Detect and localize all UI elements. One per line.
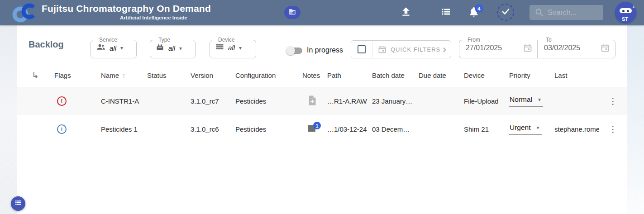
notifications-badge: 4	[475, 4, 483, 13]
upload-icon	[400, 6, 412, 19]
date-to-field[interactable]: To 03/02/2025	[537, 37, 615, 58]
device-filter-label: Device	[216, 37, 237, 43]
service-filter-dropdown[interactable]: Service all ▾	[91, 37, 137, 58]
avatar-eye-left	[622, 10, 625, 12]
user-avatar[interactable]: + ST	[615, 2, 636, 23]
row-batch-date: 03 Decem…	[372, 125, 419, 133]
row-batch-date: 23 January…	[372, 97, 419, 105]
app-logo-icon	[11, 3, 39, 23]
chevron-down-icon: ▾	[537, 124, 539, 131]
column-header-priority[interactable]: Priority	[509, 71, 554, 79]
divider	[372, 41, 372, 58]
date-from-value[interactable]: 27/01/2025	[466, 44, 502, 52]
column-header-batch-date[interactable]: Batch date	[372, 71, 419, 79]
row-name: C-INSTR1-A	[101, 97, 147, 105]
chevron-down-icon: ▾	[538, 96, 541, 103]
column-header-path[interactable]: Path	[327, 71, 372, 79]
service-filter-label: Service	[97, 37, 119, 43]
type-filter-dropdown[interactable]: Type all ▾	[150, 37, 196, 58]
chevron-down-icon: ▾	[239, 45, 242, 51]
organization-button[interactable]	[284, 6, 301, 19]
row-device: Shim 21	[464, 125, 509, 133]
column-header-status[interactable]: Status	[147, 71, 191, 79]
subdirectory-arrow-icon: ↳	[32, 71, 39, 80]
priority-select[interactable]: Normal ▾	[509, 95, 543, 107]
column-header-flags[interactable]: Flags	[54, 71, 101, 79]
column-header-device[interactable]: Device	[464, 71, 509, 79]
note-add-icon[interactable]	[308, 100, 317, 107]
row-menu-button[interactable]: ⋮	[609, 97, 617, 105]
avatar-eye-right	[627, 10, 629, 12]
quick-filters-button[interactable]: QUICK FILTERS	[391, 46, 440, 53]
page-title: Backlog	[29, 39, 64, 50]
instrument-icon	[156, 43, 164, 53]
row-device: File-Upload	[464, 97, 509, 105]
search-icon	[534, 8, 544, 19]
device-filter-dropdown[interactable]: Device all ▾	[210, 37, 256, 58]
row-configuration: Pesticides	[235, 125, 302, 133]
chevron-down-icon: ▾	[179, 45, 182, 52]
chevron-down-icon: ▾	[120, 45, 123, 51]
row-configuration: Pesticides	[235, 97, 302, 105]
date-to-value[interactable]: 03/02/2025	[544, 44, 580, 52]
row-path: …R1-A.RAW	[327, 97, 372, 105]
avatar-sparkle-icon: +	[632, 5, 635, 10]
column-header-name[interactable]: Name↑	[101, 71, 147, 79]
column-header-configuration[interactable]: Configuration	[235, 71, 302, 79]
date-from-label: From	[465, 37, 482, 43]
table-row[interactable]: i Pesticides 1 3.1.0_rc6 Pesticides 1 …1…	[17, 115, 627, 143]
type-filter-label: Type	[156, 37, 172, 43]
service-filter-value: all	[110, 44, 116, 52]
row-last-modified: stephane.rome	[554, 125, 599, 133]
error-flag-icon[interactable]: !	[57, 96, 67, 106]
task-list-button[interactable]	[437, 4, 455, 22]
table-columns-fab[interactable]	[11, 196, 25, 211]
chevron-right-icon[interactable]: ›	[443, 45, 446, 54]
list-icon	[440, 6, 452, 19]
column-header-version[interactable]: Version	[191, 71, 235, 79]
column-header-last[interactable]: Last	[554, 71, 599, 79]
calendar-icon[interactable]	[601, 43, 610, 52]
column-header-notes[interactable]: Notes	[302, 71, 327, 79]
row-version: 3.1.0_rc6	[191, 125, 235, 133]
in-progress-label: In progress	[307, 46, 343, 54]
date-to-label: To	[544, 37, 554, 43]
row-name: Pesticides 1	[101, 125, 147, 133]
bell-icon: 4	[468, 6, 480, 19]
backlog-table: ↳ Flags Name↑ Status Version Configurati…	[17, 63, 627, 143]
device-filter-value: all	[228, 44, 235, 52]
ninja-face-icon	[620, 8, 632, 13]
type-filter-value: all	[168, 44, 175, 52]
date-from-field[interactable]: From 27/01/2025	[459, 37, 538, 58]
priority-select[interactable]: Urgent ▾	[509, 124, 542, 135]
note-icon[interactable]: 1	[308, 126, 316, 133]
check-icon	[500, 6, 511, 19]
rows-icon	[215, 43, 224, 52]
quick-filters-checkbox[interactable]	[358, 45, 366, 53]
calendar-icon[interactable]	[523, 43, 532, 52]
info-flag-icon[interactable]: i	[57, 124, 67, 134]
app-title: Fujitsu Chromatography On Demand	[42, 3, 187, 14]
in-progress-toggle[interactable]	[286, 46, 303, 56]
toggle-knob	[286, 46, 295, 55]
sort-ascending-icon: ↑	[122, 71, 126, 79]
search-box	[530, 5, 603, 20]
row-path: …1/03-12-24	[327, 125, 372, 133]
row-menu-button[interactable]: ⋮	[609, 125, 617, 133]
validation-button[interactable]	[497, 4, 514, 21]
notes-count-badge: 1	[313, 122, 321, 129]
page-background-left	[0, 25, 17, 214]
app-title-block: Fujitsu Chromatography On Demand Artific…	[42, 3, 187, 20]
table-header-row: ↳ Flags Name↑ Status Version Configurati…	[17, 63, 627, 87]
notifications-button[interactable]: 4	[465, 4, 483, 22]
quick-filters-group: QUICK FILTERS ›	[351, 40, 451, 58]
upload-button[interactable]	[397, 4, 415, 22]
table-row[interactable]: ! C-INSTR1-A 3.1.0_rc7 Pesticides …R1-A.…	[17, 87, 627, 115]
people-icon	[96, 43, 105, 52]
column-header-due-date[interactable]: Due date	[419, 71, 464, 79]
page-background-right	[627, 25, 644, 214]
building-icon	[289, 8, 296, 17]
avatar-initials: ST	[615, 16, 635, 22]
app-subtitle: Artificial Intelligence Inside	[42, 15, 187, 20]
actions-column-header	[599, 63, 627, 87]
